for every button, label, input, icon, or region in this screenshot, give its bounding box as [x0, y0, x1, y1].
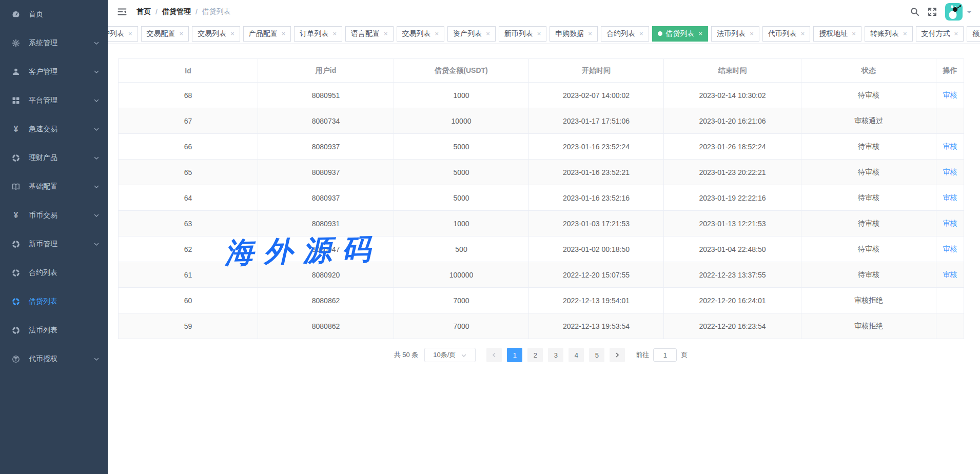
fullscreen-icon[interactable]	[928, 7, 937, 16]
ring-icon	[11, 240, 21, 249]
tab-close-icon[interactable]: ×	[384, 30, 388, 37]
tab-label: 交易列表	[198, 29, 226, 38]
sidebar-item[interactable]: 平台管理	[0, 86, 108, 115]
sidebar-item[interactable]: 理财产品	[0, 144, 108, 172]
table-cell: 2023-02-14 10:30:02	[664, 83, 801, 108]
tab[interactable]: 支付方式×	[916, 26, 964, 42]
tab-close-icon[interactable]: ×	[230, 30, 234, 37]
table-cell: 2023-01-26 18:52:24	[664, 134, 801, 160]
tab[interactable]: 订单列表×	[294, 26, 342, 42]
tab-close-icon[interactable]: ×	[750, 30, 754, 37]
sidebar-item-label: 首页	[29, 10, 43, 19]
tab-close-icon[interactable]: ×	[486, 30, 490, 37]
sidebar-toggle-icon[interactable]	[115, 5, 129, 19]
tab-label: 订单列表	[300, 29, 328, 38]
breadcrumb-item[interactable]: 借贷管理	[162, 7, 191, 16]
ring-icon	[11, 297, 21, 306]
sidebar-item-label: 基础配置	[29, 182, 57, 191]
table-cell: 63	[119, 211, 258, 236]
page-number-button[interactable]: 4	[569, 348, 584, 362]
breadcrumb-item[interactable]: 首页	[136, 7, 151, 16]
tab[interactable]: 交易配置×	[141, 26, 189, 42]
table-cell: 审核	[936, 185, 964, 211]
tab-close-icon[interactable]: ×	[537, 30, 541, 37]
tab[interactable]: 转账列表×	[865, 26, 913, 42]
tab-close-icon[interactable]: ×	[282, 30, 286, 37]
tab[interactable]: 产品配置×	[243, 26, 291, 42]
tab-close-icon[interactable]: ×	[435, 30, 439, 37]
tab[interactable]: 法币列表×	[711, 26, 759, 42]
table-cell: 2022-12-20 16:24:01	[664, 288, 801, 313]
tab[interactable]: 授权地址×	[813, 26, 861, 42]
tab[interactable]: 额度转换×	[967, 26, 980, 42]
sidebar-item[interactable]: 合约列表	[0, 259, 108, 287]
page-number-button[interactable]: 1	[507, 348, 522, 362]
tab[interactable]: 申购数据×	[550, 26, 598, 42]
tab[interactable]: 交易列表×	[192, 26, 240, 42]
sidebar-item[interactable]: ¥币币交易	[0, 201, 108, 230]
sidebar-item[interactable]: 首页	[0, 0, 108, 29]
tab-close-icon[interactable]: ×	[128, 30, 132, 37]
tab[interactable]: 新币列表×	[499, 26, 547, 42]
tab-close-icon[interactable]: ×	[332, 30, 337, 37]
table-cell: 8080951	[258, 83, 394, 108]
tab[interactable]: 交易列表×	[397, 26, 445, 42]
tab[interactable]: 合约列表×	[601, 26, 649, 42]
table-cell: 待审核	[801, 185, 936, 211]
table-cell: 2022-12-20 16:23:54	[664, 313, 801, 339]
review-link[interactable]: 审核	[943, 270, 957, 279]
next-page-button[interactable]	[610, 348, 625, 362]
sidebar-item[interactable]: 借贷列表	[0, 287, 108, 316]
goto-page-input[interactable]	[653, 348, 677, 362]
tab-close-icon[interactable]: ×	[699, 30, 703, 37]
table-cell: 7000	[394, 313, 529, 339]
tab-close-icon[interactable]: ×	[180, 30, 184, 37]
tab-close-icon[interactable]: ×	[639, 30, 643, 37]
review-link[interactable]: 审核	[943, 193, 957, 202]
page-number-button[interactable]: 3	[548, 348, 563, 362]
review-link[interactable]: 审核	[943, 142, 957, 150]
sidebar-item-label: 平台管理	[29, 96, 57, 105]
tab[interactable]: 代币列表×	[762, 26, 811, 42]
tab[interactable]: 借贷列表×	[652, 26, 709, 42]
table-cell: 2023-01-03 17:21:53	[529, 211, 664, 236]
yen-icon: ¥	[11, 211, 21, 220]
tab-close-icon[interactable]: ×	[852, 30, 856, 37]
chevron-down-icon	[93, 69, 100, 75]
review-link[interactable]: 审核	[943, 219, 957, 227]
sidebar-item[interactable]: 基础配置	[0, 172, 108, 201]
table-cell: 5000	[394, 185, 529, 211]
page-number-button[interactable]: 5	[589, 348, 604, 362]
table-row: 64808093750002023-01-16 23:52:162023-01-…	[119, 185, 964, 211]
search-icon[interactable]	[910, 7, 919, 16]
tab-close-icon[interactable]: ×	[588, 30, 592, 37]
tab-close-icon[interactable]: ×	[954, 30, 958, 37]
user-menu-caret-icon[interactable]	[967, 11, 972, 16]
sidebar-item[interactable]: ¥急速交易	[0, 115, 108, 144]
sidebar-item[interactable]: 系统管理	[0, 29, 108, 57]
tab[interactable]: 资产列表×	[447, 26, 496, 42]
table-header-row: Id用户id借贷金额(USDT)开始时间结束时间状态操作	[119, 59, 964, 83]
sidebar-item[interactable]: 法币列表	[0, 316, 108, 345]
goto-unit: 页	[681, 350, 688, 360]
content: Id用户id借贷金额(USDT)开始时间结束时间状态操作688080951100…	[108, 44, 980, 474]
page-size-select[interactable]: 10条/页	[424, 348, 476, 362]
sidebar-item[interactable]: 代币授权	[0, 345, 108, 373]
table-cell: 67	[119, 108, 258, 134]
tab[interactable]: 用户列表×	[108, 26, 138, 42]
page-number-button[interactable]: 2	[527, 348, 543, 362]
sidebar-item[interactable]: 新币管理	[0, 230, 108, 259]
table-cell: 2022-12-20 15:07:55	[529, 262, 664, 288]
table-cell: 2023-01-16 23:52:16	[529, 185, 664, 211]
prev-page-button[interactable]	[486, 348, 502, 362]
review-link[interactable]: 审核	[943, 168, 957, 176]
tab[interactable]: 语言配置×	[345, 26, 394, 42]
avatar[interactable]	[945, 3, 963, 21]
tab-close-icon[interactable]: ×	[903, 30, 907, 37]
review-link[interactable]: 审核	[943, 91, 957, 99]
tab-close-icon[interactable]: ×	[801, 30, 805, 37]
table-row: 65808093750002023-01-16 23:52:212023-01-…	[119, 160, 964, 185]
sidebar-item[interactable]: 客户管理	[0, 57, 108, 86]
review-link[interactable]: 审核	[943, 245, 957, 253]
tab-label: 产品配置	[249, 29, 278, 38]
